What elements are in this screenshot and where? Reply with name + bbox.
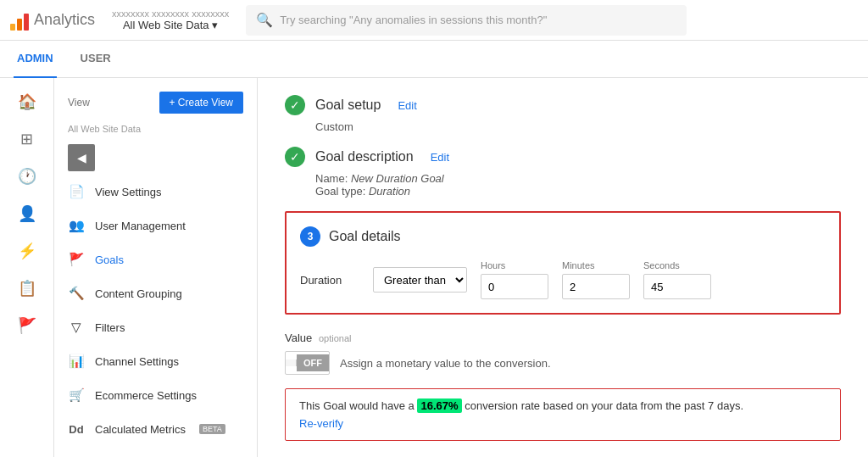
toggle-row: OFF Assign a monetary value to the conve… — [285, 351, 841, 375]
property-name: All Web Site Data ▾ — [112, 19, 229, 31]
sidebar-item-label: Content Grouping — [95, 287, 182, 300]
nav-icon-realtime[interactable]: ⚡ — [10, 234, 44, 268]
beta-badge: BETA — [199, 424, 225, 434]
tab-admin[interactable]: ADMIN — [14, 41, 57, 78]
sidebar-item-channel-settings[interactable]: 📊 Channel Settings — [54, 344, 257, 378]
hours-input[interactable] — [481, 274, 548, 299]
search-placeholder: Try searching "Any anomalies in sessions… — [280, 14, 547, 26]
duration-label: Duration — [300, 274, 359, 287]
sidebar-item-calculated-metrics[interactable]: Dd Calculated Metrics BETA — [54, 412, 257, 446]
seconds-input[interactable] — [643, 274, 711, 299]
minutes-label: Minutes — [562, 260, 630, 270]
logo-text: Analytics — [34, 11, 95, 29]
time-group: Hours Minutes Seconds — [481, 260, 711, 299]
conversion-box: This Goal would have a 16.67% conversion… — [285, 388, 841, 441]
goal-setup-header: ✓ Goal setup Edit — [285, 95, 841, 115]
duration-select[interactable]: Greater than — [373, 267, 467, 293]
sidebar-item-label: Calculated Metrics — [95, 423, 186, 436]
hours-label: Hours — [481, 260, 548, 270]
minutes-field: Minutes — [562, 260, 630, 299]
sidebar: View + Create View All Web Site Data ◀ 📄… — [54, 78, 258, 457]
duration-row: Duration Greater than Hours Minutes Seco… — [300, 260, 826, 299]
value-label: Value optional — [285, 332, 841, 344]
logo: Analytics — [10, 10, 95, 31]
ecommerce-settings-icon: 🛒 — [68, 387, 85, 404]
personal-tools-title: PERSONAL TOOLS & ASSETS — [54, 446, 257, 457]
account-selector[interactable]: xxxxxxxx xxxxxxxx xxxxxxxx All Web Site … — [105, 5, 236, 35]
logo-icon — [10, 10, 29, 31]
nav-icon-dashboard[interactable]: ⊞ — [10, 122, 44, 156]
nav-icon-user[interactable]: 👤 — [10, 197, 44, 231]
seconds-label: Seconds — [643, 260, 711, 270]
goal-details-header: 3 Goal details — [300, 226, 826, 247]
goal-type-value: Duration — [369, 185, 410, 198]
tab-bar: ADMIN USER — [0, 41, 868, 78]
conversion-text: This Goal would have a 16.67% conversion… — [299, 399, 826, 412]
sidebar-item-ecommerce-settings[interactable]: 🛒 Ecommerce Settings — [54, 378, 257, 412]
goal-setup-section: ✓ Goal setup Edit Custom — [285, 95, 841, 133]
goal-name-value: New Duration Goal — [351, 172, 444, 185]
top-header: Analytics xxxxxxxx xxxxxxxx xxxxxxxx All… — [0, 0, 868, 41]
value-section: Value optional OFF Assign a monetary val… — [285, 332, 841, 375]
sidebar-item-content-grouping[interactable]: 🔨 Content Grouping — [54, 276, 257, 310]
nav-icon-home[interactable]: 🏠 — [10, 85, 44, 119]
sidebar-item-label: Channel Settings — [95, 355, 179, 368]
toggle-on: OFF — [297, 354, 329, 371]
goal-description-section: ✓ Goal description Edit Name: New Durati… — [285, 147, 841, 198]
sidebar-item-label: Ecommerce Settings — [95, 389, 197, 402]
nav-icon-reports[interactable]: 🕐 — [10, 159, 44, 193]
sidebar-item-goals[interactable]: 🚩 Goals — [54, 242, 257, 276]
toggle-button[interactable]: OFF — [285, 351, 330, 375]
account-name: xxxxxxxx xxxxxxxx xxxxxxxx — [112, 8, 229, 19]
search-bar[interactable]: 🔍 Try searching "Any anomalies in sessio… — [246, 5, 687, 36]
goal-details-title: Goal details — [329, 229, 401, 244]
minutes-input[interactable] — [562, 274, 630, 299]
back-button[interactable]: ◀ — [68, 144, 95, 171]
goal-setup-check: ✓ — [285, 95, 305, 115]
icon-nav: 🏠 ⊞ 🕐 👤 ⚡ 📋 🚩 — [0, 78, 54, 457]
main-layout: 🏠 ⊞ 🕐 👤 ⚡ 📋 🚩 View + Create View All Web… — [0, 78, 868, 457]
sidebar-item-label: View Settings — [95, 186, 162, 198]
goal-description-edit[interactable]: Edit — [431, 151, 449, 164]
goal-setup-detail: Custom — [285, 120, 841, 133]
sidebar-header: View + Create View — [54, 85, 257, 120]
channel-settings-icon: 📊 — [68, 353, 85, 370]
account-info: xxxxxxxx xxxxxxxx xxxxxxxx All Web Site … — [112, 8, 229, 31]
goal-description-detail: Name: New Duration Goal Goal type: Durat… — [285, 172, 841, 198]
toggle-description: Assign a monetary value to the conversio… — [340, 357, 551, 370]
toggle-off — [286, 359, 297, 366]
content-grouping-icon: 🔨 — [68, 285, 85, 302]
sidebar-item-user-management[interactable]: 👥 User Management — [54, 209, 257, 242]
reverify-link[interactable]: Re-verify — [299, 417, 343, 430]
step-badge: 3 — [300, 226, 320, 247]
goal-description-title: Goal description — [315, 149, 414, 164]
sidebar-item-filters[interactable]: ▽ Filters — [54, 310, 257, 344]
value-optional: optional — [319, 333, 352, 343]
sidebar-item-label: Filters — [95, 321, 125, 334]
goal-details-box: 3 Goal details Duration Greater than Hou… — [285, 211, 841, 315]
view-settings-icon: 📄 — [68, 183, 85, 200]
nav-icon-content[interactable]: 📋 — [10, 271, 44, 305]
conversion-rate: 16.67% — [417, 398, 461, 413]
goals-icon: 🚩 — [68, 251, 85, 268]
goal-description-check: ✓ — [285, 147, 305, 167]
tab-user[interactable]: USER — [77, 41, 114, 78]
sidebar-sub-label: All Web Site Data — [54, 120, 257, 141]
user-management-icon: 👥 — [68, 217, 85, 234]
content-area: ✓ Goal setup Edit Custom ✓ Goal descript… — [258, 78, 868, 457]
goal-setup-edit[interactable]: Edit — [398, 99, 416, 112]
sidebar-item-label: Goals — [95, 254, 124, 266]
goal-setup-title: Goal setup — [315, 98, 381, 113]
filters-icon: ▽ — [68, 319, 85, 336]
goal-description-header: ✓ Goal description Edit — [285, 147, 841, 167]
nav-icon-flag[interactable]: 🚩 — [10, 309, 44, 343]
view-label: View — [68, 97, 90, 109]
sidebar-item-view-settings[interactable]: 📄 View Settings — [54, 175, 257, 209]
create-view-button[interactable]: + Create View — [159, 92, 244, 114]
sidebar-item-label: User Management — [95, 220, 186, 232]
search-icon: 🔍 — [256, 12, 273, 28]
hours-field: Hours — [481, 260, 548, 299]
calculated-metrics-icon: Dd — [68, 421, 85, 437]
seconds-field: Seconds — [643, 260, 711, 299]
